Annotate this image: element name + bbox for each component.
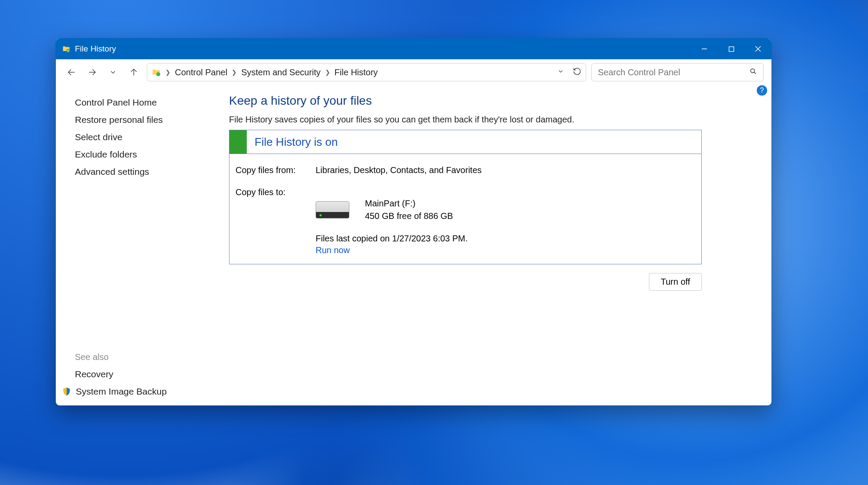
chevron-right-icon: ❯ (232, 69, 237, 76)
window-title: File History (75, 44, 116, 54)
run-now-link[interactable]: Run now (316, 245, 350, 255)
help-button[interactable]: ? (757, 85, 767, 96)
sidebar-select-drive[interactable]: Select drive (75, 132, 216, 142)
breadcrumb-file-history[interactable]: File History (335, 67, 378, 77)
recent-locations-button[interactable] (105, 64, 121, 80)
back-button[interactable] (64, 64, 79, 80)
svg-point-8 (156, 72, 160, 76)
drive-name: MainPart (F:) (365, 197, 453, 210)
page-heading: Keep a history of your files (229, 94, 754, 108)
drive-icon (316, 201, 349, 218)
sidebar: Control Panel Home Restore personal file… (56, 85, 216, 405)
status-banner: File History is on (229, 130, 702, 154)
breadcrumb-system-security[interactable]: System and Security (241, 67, 320, 77)
chevron-right-icon: ❯ (165, 69, 171, 76)
titlebar[interactable]: File History (56, 39, 771, 59)
drive-space: 450 GB free of 886 GB (365, 210, 453, 222)
close-button[interactable] (745, 39, 771, 59)
chevron-right-icon: ❯ (325, 69, 330, 76)
svg-point-9 (751, 69, 755, 73)
address-dropdown-icon[interactable] (557, 68, 564, 77)
search-box[interactable] (591, 63, 764, 81)
address-bar[interactable]: ❯ Control Panel ❯ System and Security ❯ … (147, 63, 586, 81)
file-history-icon (62, 45, 71, 53)
copy-to-label: Copy files to: (236, 187, 316, 197)
status-text: File History is on (247, 135, 338, 149)
svg-line-10 (754, 72, 756, 74)
forward-button[interactable] (84, 64, 100, 80)
sidebar-advanced-settings[interactable]: Advanced settings (75, 167, 216, 177)
maximize-button[interactable] (718, 39, 745, 59)
shield-icon (62, 387, 71, 396)
page-description: File History saves copies of your files … (229, 115, 754, 125)
file-history-window: File History ❯ Control Panel ❯ System an… (55, 38, 772, 406)
search-icon (749, 67, 757, 77)
svg-rect-2 (729, 47, 734, 51)
refresh-button[interactable] (573, 67, 581, 77)
search-input[interactable] (598, 67, 749, 77)
copy-from-label: Copy files from: (236, 165, 316, 175)
toolbar: ❯ Control Panel ❯ System and Security ❯ … (56, 59, 771, 85)
sidebar-exclude-folders[interactable]: Exclude folders (75, 149, 216, 160)
breadcrumb-root[interactable]: Control Panel (175, 67, 227, 77)
see-also-label: See also (75, 352, 216, 362)
folder-icon (152, 67, 161, 77)
see-also-system-image-backup[interactable]: System Image Backup (76, 386, 167, 397)
up-button[interactable] (126, 64, 142, 80)
details-box: Copy files from: Libraries, Desktop, Con… (229, 154, 702, 264)
copy-from-value: Libraries, Desktop, Contacts, and Favori… (316, 165, 482, 175)
main-content: ? Keep a history of your files File Hist… (216, 85, 771, 405)
turn-off-button[interactable]: Turn off (649, 273, 702, 291)
sidebar-restore-personal-files[interactable]: Restore personal files (75, 115, 216, 125)
last-copied-text: Files last copied on 1/27/2023 6:03 PM. (316, 234, 695, 244)
see-also-recovery[interactable]: Recovery (75, 369, 113, 379)
control-panel-home-link[interactable]: Control Panel Home (75, 97, 216, 108)
status-indicator-icon (229, 130, 247, 154)
minimize-button[interactable] (691, 39, 718, 59)
